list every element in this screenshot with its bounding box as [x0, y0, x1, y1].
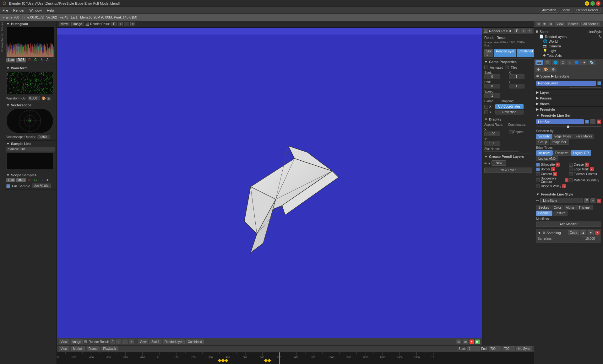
tab-grease-pencil[interactable]: Grease Pencil	[0, 33, 5, 53]
sl-scene-label[interactable]: Scene	[540, 74, 550, 78]
ls-name[interactable]: LineStyle	[540, 198, 583, 203]
mat-boundary-checkbox[interactable]	[569, 178, 573, 182]
start-value[interactable]: 0	[484, 74, 500, 79]
props-tab-scene[interactable]: 🎬	[544, 60, 551, 65]
vp-add-btn[interactable]: +	[116, 340, 121, 344]
tl-end-input[interactable]	[489, 346, 501, 351]
y-clamp-checkbox[interactable]	[484, 110, 488, 114]
ay-value[interactable]: 1.00	[484, 141, 500, 146]
tab-logical-or[interactable]: Logical OR	[571, 150, 591, 156]
ls-tab-geometry[interactable]: Geomet.	[536, 211, 552, 216]
props-tab-render[interactable]: 📷	[535, 60, 543, 65]
histogram-header[interactable]: ▼ Histogram	[6, 22, 55, 26]
tab-scenes[interactable]: Scenes	[0, 21, 5, 33]
vp-ctrl1[interactable]: ⊕	[456, 340, 461, 344]
uv-coordinates-btn[interactable]: UV Coordinates	[495, 104, 524, 109]
gp-new-button[interactable]: New	[492, 160, 506, 166]
vp-ctrl3[interactable]: ●	[470, 340, 474, 344]
sampling-x-btn[interactable]: ×	[595, 231, 600, 235]
ls-f-btn[interactable]: F	[584, 198, 589, 203]
vectorscope-opacity-value[interactable]: 0.300	[37, 135, 50, 139]
props-tab-world[interactable]: 🌐	[552, 60, 559, 65]
ls-tab-strokes[interactable]: Strokes	[536, 205, 551, 210]
vp-ctrl4[interactable]: ▶	[475, 340, 480, 344]
sample-line-header[interactable]: ▼ Sample Line	[6, 142, 55, 146]
y-value[interactable]: 1	[509, 84, 524, 88]
vp-view-btn[interactable]: View	[59, 340, 69, 344]
tab-lum[interactable]: Lum	[6, 58, 15, 62]
vp-x-btn[interactable]: ×	[129, 340, 134, 344]
end-value[interactable]: 0	[484, 84, 500, 88]
ext-contour-checkbox[interactable]	[569, 172, 573, 176]
speed-value[interactable]: 1	[484, 93, 500, 98]
linestyle-icon3[interactable]: ⚙	[550, 67, 557, 72]
tab-group[interactable]: Group	[536, 139, 549, 145]
scene-icon3[interactable]: ⚙	[548, 22, 553, 26]
tab-image-border[interactable]: Image Bor.	[550, 139, 569, 145]
view-btn[interactable]: View	[555, 22, 565, 26]
act-value[interactable]: Act:30.0%	[32, 184, 51, 188]
vp-view2-btn[interactable]: View	[138, 340, 149, 344]
freestyle-top-header[interactable]: ▶ Freestyle	[536, 107, 601, 111]
waveform-col-icon[interactable]: 🎨	[41, 96, 46, 100]
ax-value[interactable]: 1.00	[484, 131, 500, 136]
img-x-btn[interactable]: ×	[130, 22, 135, 26]
ls-tab-thickness[interactable]: Thickne.	[576, 205, 593, 210]
sugg-contour-checkbox[interactable]	[536, 178, 540, 182]
props-tab-material[interactable]: 🔵	[573, 60, 581, 65]
tree-item-camera[interactable]: 📷 Camera	[543, 44, 602, 48]
tl-no-sync[interactable]: No Sync	[516, 346, 532, 351]
ls-add-btn[interactable]: +	[590, 198, 595, 203]
combined-btn[interactable]: Combined	[517, 49, 534, 57]
gp-new-layer-button[interactable]: New Layer	[484, 168, 532, 173]
sampling-copy-btn[interactable]: Copy	[568, 230, 579, 235]
tl-start-input[interactable]	[467, 346, 480, 351]
crease-x-btn[interactable]: ×	[585, 163, 589, 167]
vp-f-btn[interactable]: F	[110, 340, 115, 344]
img-panel-add-btn[interactable]: +	[521, 29, 526, 33]
ls-tab-texture[interactable]: Texture	[553, 211, 568, 216]
maximize-button[interactable]: □	[590, 1, 595, 6]
ls-tab-color[interactable]: Color	[551, 205, 563, 210]
tab-inclusive[interactable]: Inclusive	[536, 150, 553, 156]
ls-tab-alpha[interactable]: Alpha	[564, 205, 576, 210]
tree-item-renderlayers[interactable]: 📄 RenderLayers 🔧	[539, 34, 602, 39]
sugg-contour-x-btn[interactable]: ×	[565, 178, 568, 182]
tl-marker-btn[interactable]: Marker	[71, 346, 85, 351]
scene-icon1[interactable]: ⊞	[536, 22, 541, 26]
animated-checkbox[interactable]	[484, 66, 488, 69]
edge-mark-checkbox[interactable]	[569, 168, 573, 171]
repeat-checkbox[interactable]	[509, 130, 513, 134]
sampling-down-btn[interactable]: ▼	[588, 230, 594, 235]
props-tab-particles[interactable]: ✦	[581, 60, 587, 65]
scope-tab-lum[interactable]: Lum	[6, 178, 15, 182]
scene-icon2[interactable]: 👁	[542, 22, 547, 26]
menu-render[interactable]: Render	[11, 7, 27, 13]
ls-x-btn[interactable]: ×	[597, 199, 601, 203]
vp-ctrl2[interactable]: ⊞	[463, 340, 468, 344]
lineset-slider-thumb[interactable]	[567, 126, 569, 128]
props-tab-data[interactable]: △	[567, 60, 573, 65]
crease-checkbox[interactable]	[569, 163, 573, 167]
img-view-btn[interactable]: View	[59, 22, 70, 26]
vectorscope-header[interactable]: ▼ Vectorscope	[6, 103, 55, 107]
border-checkbox[interactable]	[536, 168, 540, 171]
img-panel-x-btn[interactable]: ×	[527, 29, 532, 33]
x-clamp-checkbox[interactable]	[484, 105, 488, 109]
img-minus-btn[interactable]: −	[124, 22, 129, 26]
tl-playback-btn[interactable]: Playback	[101, 346, 118, 351]
img-image-btn[interactable]: Image	[71, 22, 84, 26]
scope-tab-rgb[interactable]: RGB	[16, 178, 26, 182]
vp-minus-btn[interactable]: −	[122, 340, 128, 344]
ridge-valley-checkbox[interactable]	[536, 185, 540, 188]
tl-current-frame[interactable]	[503, 346, 515, 351]
lineset-x-btn[interactable]: ×	[597, 120, 601, 124]
tab-visibility[interactable]: Visibility	[536, 134, 552, 139]
waveform-header[interactable]: ▼ Waveform	[6, 66, 55, 70]
x-value[interactable]: 1	[509, 74, 524, 79]
tree-item-world[interactable]: 🌐 World	[543, 39, 602, 44]
lineset-checkbox[interactable]	[585, 120, 589, 124]
render-engine-selector[interactable]: Blender Render	[574, 8, 600, 13]
vp-slot-btn[interactable]: Slot 1	[149, 340, 161, 344]
tab-exclusive[interactable]: Exclusive	[553, 150, 571, 156]
